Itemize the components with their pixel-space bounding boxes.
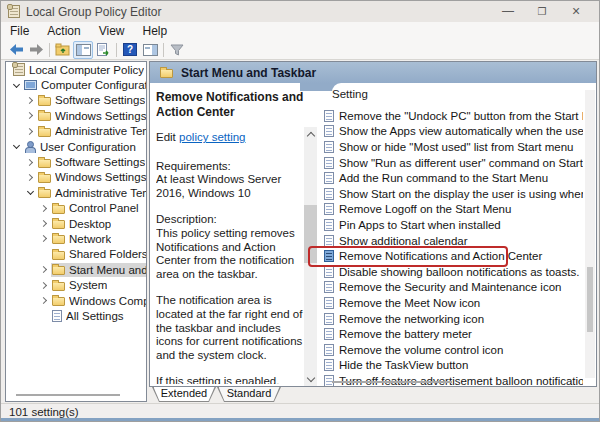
menu-view[interactable]: View: [90, 22, 134, 40]
tree-item-windows-settings-user[interactable]: Windows Settings: [6, 170, 146, 185]
chevron-down-icon[interactable]: [10, 145, 23, 148]
chevron-right-icon[interactable]: [24, 175, 37, 180]
setting-item[interactable]: Disable showing balloon notifications as…: [320, 264, 583, 280]
tree-item-computer-configuration[interactable]: Computer Configuration: [6, 77, 146, 92]
folder-icon: [52, 220, 65, 229]
chevron-right-icon[interactable]: [38, 267, 51, 272]
chevron-right-icon[interactable]: [24, 113, 37, 118]
tree-item-administrative-templates-user[interactable]: Administrative Templa: [6, 185, 146, 200]
tree-item-system[interactable]: System: [6, 277, 146, 292]
folder-icon: [38, 189, 51, 198]
toolbar-separator: [116, 43, 117, 57]
tree-item-administrative-templates[interactable]: Administrative Templa: [6, 124, 146, 139]
chevron-down-icon[interactable]: [10, 84, 23, 87]
tree-item-network[interactable]: Network: [6, 231, 146, 246]
tab-extended[interactable]: Extended: [152, 387, 216, 402]
folder-icon: [38, 97, 51, 106]
scrollbar-thumb[interactable]: [587, 267, 593, 332]
chevron-right-icon[interactable]: [38, 298, 51, 303]
tree-item-shared-folders[interactable]: Shared Folders: [6, 247, 146, 262]
setting-item[interactable]: Hide the TaskView button: [320, 358, 583, 374]
policy-doc-icon: [324, 313, 334, 325]
setting-item[interactable]: Show or hide "Most used" list from Start…: [320, 139, 583, 155]
filter-icon[interactable]: [167, 41, 187, 59]
tree-item-control-panel[interactable]: Control Panel: [6, 201, 146, 216]
settings-list: Setting Remove the "Undock PC" button fr…: [320, 88, 583, 386]
forward-icon[interactable]: [26, 41, 46, 59]
column-header-setting[interactable]: Setting: [320, 88, 583, 108]
minimize-button[interactable]: —: [491, 1, 525, 22]
policy-doc-icon: [324, 203, 334, 215]
chevron-right-icon[interactable]: [38, 206, 51, 211]
back-icon[interactable]: [6, 41, 26, 59]
policy-doc-icon-selected: [324, 250, 334, 262]
tree-horizontal-scrollbar[interactable]: [16, 394, 120, 396]
edit-policy-setting-link[interactable]: policy setting: [179, 131, 245, 143]
setting-item[interactable]: Remove the volume control icon: [320, 342, 583, 358]
setting-item[interactable]: Pin Apps to Start when installed: [320, 217, 583, 233]
chevron-right-icon[interactable]: [38, 221, 51, 226]
setting-item[interactable]: Turn off feature advertisement balloon n…: [320, 373, 583, 386]
description-scrollbar[interactable]: [304, 127, 317, 386]
setting-item[interactable]: Remove the Security and Maintenance icon: [320, 280, 583, 296]
setting-item[interactable]: Remove the Meet Now icon: [320, 295, 583, 311]
policy-doc-icon: [324, 141, 334, 153]
all-settings-icon: [52, 310, 62, 322]
menu-file[interactable]: File: [1, 22, 38, 40]
policy-doc-icon: [324, 110, 334, 122]
export-list-icon[interactable]: [93, 41, 113, 59]
maximize-button[interactable]: ❐: [525, 1, 559, 22]
chevron-right-icon[interactable]: [24, 98, 37, 103]
setting-item[interactable]: Show additional calendar: [320, 233, 583, 249]
tree-item-windows-components[interactable]: Windows Compon: [6, 293, 146, 308]
help-icon[interactable]: ?: [120, 41, 140, 59]
folder-icon: [38, 174, 51, 183]
title-bar[interactable]: Local Group Policy Editor — ❐ ×: [1, 1, 599, 22]
scroll-up-icon[interactable]: [304, 127, 317, 141]
folder-icon: [52, 205, 65, 214]
policy-doc-icon: [324, 219, 334, 231]
setting-item[interactable]: Add the Run command to the Start Menu: [320, 170, 583, 186]
menu-action[interactable]: Action: [38, 22, 89, 40]
tree-item-software-settings-user[interactable]: Software Settings: [6, 154, 146, 169]
menu-help[interactable]: Help: [134, 22, 177, 40]
show-action-pane-icon[interactable]: [140, 41, 160, 59]
folder-icon: [52, 266, 65, 275]
scroll-down-icon[interactable]: [304, 372, 317, 386]
tree-item-all-settings[interactable]: All Settings: [6, 308, 146, 323]
setting-item[interactable]: Show "Run as different user" command on …: [320, 155, 583, 171]
tree-item-windows-settings[interactable]: Windows Settings: [6, 108, 146, 123]
chevron-right-icon[interactable]: [38, 283, 51, 288]
status-text: 101 setting(s): [9, 406, 79, 418]
chevron-right-icon[interactable]: [38, 236, 51, 241]
list-horizontal-scrollbar[interactable]: [332, 381, 452, 383]
setting-item[interactable]: Remove Logoff on the Start Menu: [320, 202, 583, 218]
toolbar-separator: [49, 43, 50, 57]
policy-doc-icon: [324, 172, 334, 184]
tree-item-user-configuration[interactable]: User Configuration: [6, 139, 146, 154]
policy-doc-icon: [324, 157, 334, 169]
list-vertical-scrollbar[interactable]: [585, 90, 595, 378]
chevron-down-icon[interactable]: [24, 191, 37, 194]
setting-item[interactable]: Remove the battery meter: [320, 326, 583, 342]
tree-item-software-settings[interactable]: Software Settings: [6, 93, 146, 108]
user-icon: [24, 141, 36, 153]
tree-item-desktop[interactable]: Desktop: [6, 216, 146, 231]
tab-standard[interactable]: Standard: [217, 387, 281, 402]
description-paragraph: If this setting is enabled, Notification…: [156, 375, 304, 384]
up-one-level-icon[interactable]: [53, 41, 73, 59]
folder-icon: [38, 128, 51, 137]
setting-item[interactable]: Show the Apps view automatically when th…: [320, 124, 583, 140]
pane-banner: Start Menu and Taskbar: [150, 62, 596, 83]
tree-item-local-computer-policy[interactable]: Local Computer Policy: [6, 62, 146, 77]
chevron-right-icon[interactable]: [24, 160, 37, 165]
tree-item-start-menu-and-taskbar[interactable]: Start Menu and Tas: [6, 262, 146, 277]
scrollbar-thumb[interactable]: [304, 205, 317, 263]
setting-item[interactable]: Show Start on the display the user is us…: [320, 186, 583, 202]
close-button[interactable]: ×: [559, 1, 593, 22]
setting-item[interactable]: Remove the "Undock PC" button from the S…: [320, 108, 583, 124]
setting-item-remove-notifications-and-action-center[interactable]: Remove Notifications and Action Center: [320, 248, 583, 264]
show-console-tree-icon[interactable]: [73, 41, 93, 59]
chevron-right-icon[interactable]: [24, 129, 37, 134]
setting-item[interactable]: Remove the networking icon: [320, 311, 583, 327]
